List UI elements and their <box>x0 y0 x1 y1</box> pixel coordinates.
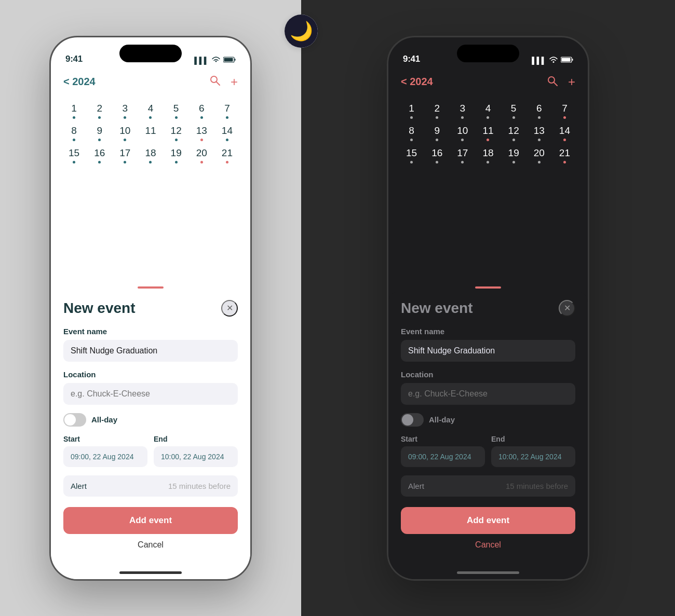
cal-day-d-15[interactable]: 15 <box>399 144 424 167</box>
cal-day-d-4[interactable]: 4 <box>475 100 501 122</box>
calendar-header-dark: < 2024 + <box>399 69 577 95</box>
event-name-label-dark: Event name <box>401 327 575 336</box>
cal-day-17[interactable]: 17 <box>112 144 138 167</box>
cancel-button-light[interactable]: Cancel <box>63 540 238 550</box>
sheet-tab-light <box>138 286 164 289</box>
add-event-button-light[interactable]: Add event <box>63 507 238 534</box>
cal-day-2[interactable]: 2 <box>87 100 112 122</box>
cal-day-18[interactable]: 18 <box>138 144 163 167</box>
alert-row-dark[interactable]: Alert 15 minutes before <box>401 475 575 497</box>
start-col-light: Start 09:00, 22 Aug 2024 <box>63 435 147 467</box>
svg-rect-1 <box>235 59 236 61</box>
allday-row-light: All-day <box>63 413 238 427</box>
new-event-title-light: New event <box>63 300 136 317</box>
signal-icon-dark: ▌▌▌ <box>532 57 546 64</box>
cal-day-4[interactable]: 4 <box>138 100 163 122</box>
cal-day-d-6[interactable]: 6 <box>526 100 552 122</box>
status-icons-light: ▌▌▌ <box>194 57 236 64</box>
new-event-title-dark: New event <box>401 300 473 317</box>
cal-day-d-18[interactable]: 18 <box>475 144 501 167</box>
close-button-light[interactable]: ✕ <box>221 300 238 317</box>
add-icon-dark[interactable]: + <box>568 75 575 89</box>
svg-line-10 <box>554 83 557 86</box>
location-label-light: Location <box>63 370 238 379</box>
cal-day-d-19[interactable]: 19 <box>501 144 526 167</box>
cancel-button-dark[interactable]: Cancel <box>401 540 575 550</box>
cal-day-13[interactable]: 13 <box>189 122 214 144</box>
cal-day-7[interactable]: 7 <box>214 100 240 122</box>
start-label-dark: Start <box>401 435 485 443</box>
cal-day-14[interactable]: 14 <box>214 122 240 144</box>
sheet-tab-dark <box>475 286 501 289</box>
dark-panel: 🌙 9:41 ▌▌▌ < 2024 <box>301 0 675 616</box>
cal-day-d-2[interactable]: 2 <box>424 100 450 122</box>
end-label-dark: End <box>491 435 575 443</box>
event-name-input-dark[interactable] <box>401 340 575 362</box>
alert-value-dark: 15 minutes before <box>506 482 568 490</box>
cal-day-d-7[interactable]: 7 <box>552 100 577 122</box>
allday-toggle-dark[interactable] <box>401 413 424 427</box>
svg-rect-7 <box>572 59 573 61</box>
cal-day-16[interactable]: 16 <box>87 144 112 167</box>
event-name-label-light: Event name <box>63 327 238 336</box>
end-field-light[interactable]: 10:00, 22 Aug 2024 <box>154 446 238 467</box>
cal-day-5[interactable]: 5 <box>164 100 189 122</box>
allday-toggle-light[interactable] <box>63 413 86 427</box>
cal-day-1[interactable]: 1 <box>61 100 87 122</box>
cal-day-d-17[interactable]: 17 <box>450 144 475 167</box>
cal-day-d-12[interactable]: 12 <box>501 122 526 144</box>
cal-day-9[interactable]: 9 <box>87 122 112 144</box>
cal-day-d-3[interactable]: 3 <box>450 100 475 122</box>
year-label-light[interactable]: < 2024 <box>63 76 96 88</box>
cal-day-d-16[interactable]: 16 <box>424 144 450 167</box>
cal-day-8[interactable]: 8 <box>61 122 87 144</box>
cal-day-10[interactable]: 10 <box>112 122 138 144</box>
cal-day-d-9[interactable]: 9 <box>424 122 450 144</box>
cal-day-3[interactable]: 3 <box>112 100 138 122</box>
cal-day-d-1[interactable]: 1 <box>399 100 424 122</box>
cal-day-d-21[interactable]: 21 <box>552 144 577 167</box>
cal-day-11[interactable]: 11 <box>138 122 163 144</box>
close-button-dark[interactable]: ✕ <box>559 300 575 317</box>
home-indicator-dark <box>457 571 519 574</box>
cal-day-d-13[interactable]: 13 <box>526 122 552 144</box>
location-input-light[interactable] <box>63 383 238 405</box>
alert-row-light[interactable]: Alert 15 minutes before <box>63 475 238 497</box>
add-event-button-dark[interactable]: Add event <box>401 507 575 534</box>
wifi-icon-dark <box>549 57 558 64</box>
event-name-input-light[interactable] <box>63 340 238 362</box>
cal-day-d-14[interactable]: 14 <box>552 122 577 144</box>
add-icon-light[interactable]: + <box>231 75 238 89</box>
calendar-grid-dark: 1 2 3 4 5 6 7 8 9 10 11 12 13 14 15 16 1… <box>399 100 577 167</box>
dynamic-island-light <box>119 45 182 62</box>
sheet-title-light: New event ✕ <box>63 300 238 317</box>
status-icons-dark: ▌▌▌ <box>532 57 573 64</box>
cal-day-d-20[interactable]: 20 <box>526 144 552 167</box>
cal-day-19[interactable]: 19 <box>164 144 189 167</box>
calendar-dark: < 2024 + 1 2 3 4 5 6 7 8 9 <box>388 69 588 167</box>
signal-icon-light: ▌▌▌ <box>194 57 209 64</box>
cal-day-21[interactable]: 21 <box>214 144 240 167</box>
end-field-dark[interactable]: 10:00, 22 Aug 2024 <box>491 446 575 467</box>
cal-day-d-11[interactable]: 11 <box>475 122 501 144</box>
wifi-icon-light <box>212 57 220 64</box>
start-field-light[interactable]: 09:00, 22 Aug 2024 <box>63 446 147 467</box>
cal-day-d-8[interactable]: 8 <box>399 122 424 144</box>
location-label-dark: Location <box>401 370 575 379</box>
svg-point-5 <box>553 61 555 63</box>
search-icon-light[interactable] <box>210 75 220 88</box>
cal-day-d-10[interactable]: 10 <box>450 122 475 144</box>
cal-day-20[interactable]: 20 <box>189 144 214 167</box>
start-field-dark[interactable]: 09:00, 22 Aug 2024 <box>401 446 485 467</box>
cal-day-12[interactable]: 12 <box>164 122 189 144</box>
moon-icon: 🌙 <box>285 15 318 48</box>
year-label-dark[interactable]: < 2024 <box>401 76 433 88</box>
home-indicator-light <box>119 571 182 574</box>
cal-day-15[interactable]: 15 <box>61 144 87 167</box>
cal-day-6[interactable]: 6 <box>189 100 214 122</box>
location-input-dark[interactable] <box>401 383 575 405</box>
cal-day-d-5[interactable]: 5 <box>501 100 526 122</box>
search-icon-dark[interactable] <box>547 76 558 88</box>
end-col-dark: End 10:00, 22 Aug 2024 <box>491 435 575 467</box>
start-col-dark: Start 09:00, 22 Aug 2024 <box>401 435 485 467</box>
